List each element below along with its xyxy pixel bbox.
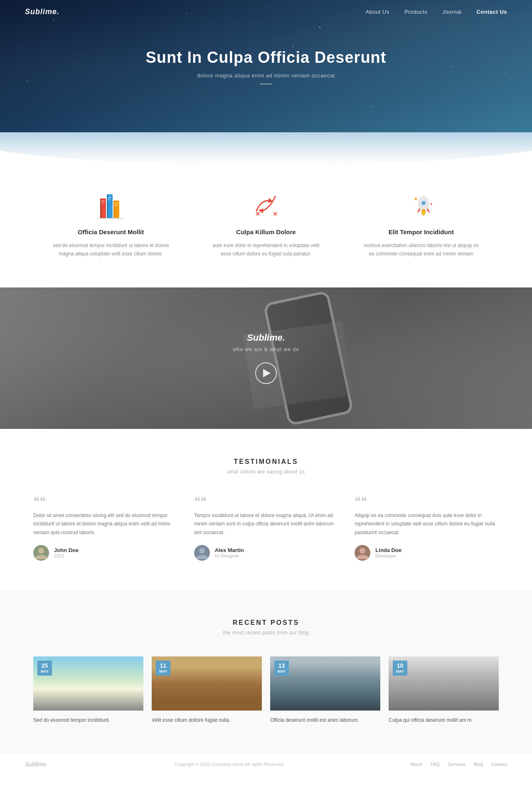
feature-1-desc: sed do eiusmod tempor incididunt ut labo… [53,241,169,258]
feature-2-title: Culpa Killum Dolore [208,228,324,235]
footer: Sublime. Copyright © 2020 Company name A… [0,753,532,775]
footer-link-services[interactable]: Services [448,762,466,767]
testimonial-1-text: Dolor sit amet consectetur isicing elit … [33,511,177,537]
author-avatar-3 [355,545,370,561]
feature-3-title: Elit Tempor Incididunt [363,228,479,235]
svg-text:×: × [256,210,260,218]
nav-contact[interactable]: Contact Us [476,9,507,15]
hero-divider [260,84,272,84]
author-1-info: John Doe CEO [54,547,79,558]
quote-mark-1: ❝❝ [33,495,177,507]
author-avatar-2 [194,545,210,561]
post-image-1[interactable]: 25 May [33,656,143,711]
author-1-name: John Doe [54,547,79,553]
post-2-title: Velit esse cillum dollore fugiat nulla. [152,716,262,724]
svg-rect-7 [108,199,111,200]
post-item-2: 11 May Velit esse cillum dollore fugiat … [152,656,262,724]
svg-point-19 [422,202,425,204]
footer-link-faq[interactable]: FAQ [431,762,440,767]
post-date-3: 13 May [274,661,289,676]
play-button[interactable] [255,362,277,384]
footer-logo: Sublime. [25,761,47,768]
feature-3-desc: nostrud exercitation ullamco laboris nis… [363,241,479,258]
recent-posts-title: RECENT POSTS [33,619,499,627]
features-section: Officia Deserunt Mollit sed do eiusmod t… [0,166,532,287]
recent-posts-section: RECENT POSTS the most recent posts from … [0,590,532,753]
feature-item-3: ★ ✦ Elit Tempor Incididunt nostrud exerc… [363,191,479,258]
svg-rect-12 [99,218,123,219]
footer-link-about[interactable]: About [410,762,422,767]
quote-mark-2: ❝❝ [194,495,338,507]
testimonials-section: TESTIMONIALS what clients are saying abo… [0,429,532,590]
testimonial-1-author: John Doe CEO [33,545,177,561]
post-1-title: Sed do eiusmod tempor incididunt. [33,716,143,724]
recent-posts-subtitle: the most recent posts from our blog [33,630,499,636]
nav-products[interactable]: Products [404,9,427,15]
svg-rect-6 [108,197,111,198]
books-icon [96,191,126,220]
post-date-1: 25 May [37,661,52,676]
post-4-title: Culpa qui officia deserunt mollit ani m. [389,716,499,724]
testimonial-2-text: Tempor incididunt ut labore et dolore ma… [194,511,338,537]
svg-point-29 [360,548,365,554]
svg-text:★: ★ [414,196,418,202]
svg-point-27 [199,548,205,554]
post-image-3[interactable]: 13 May [270,656,380,711]
feature-2-desc: aute irure dolor in reprehenderit in vol… [208,241,324,258]
video-section: Sublime. who we are & what we do [0,287,532,429]
testimonials-title: TESTIMONIALS [33,458,499,466]
post-3-title: Officia deserunt mollit est anim laborum… [270,716,380,724]
testimonial-2-author: Alex Martin UI Designer [194,545,338,561]
svg-text:×: × [273,210,278,218]
strategy-icon: × × [251,191,281,220]
svg-rect-1 [100,198,101,218]
post-item-1: 25 May Sed do eiusmod tempor incididunt. [33,656,143,724]
svg-point-21 [422,211,425,215]
author-3-role: Developer [375,553,401,558]
video-background [0,287,532,429]
svg-rect-2 [101,201,105,201]
author-2-name: Alex Martin [215,547,244,553]
post-date-2: 11 May [156,661,170,676]
video-logo: Sublime. [247,332,285,343]
footer-links: About FAQ Services Blog Contact [410,762,507,767]
testimonial-3: ❝❝ Aliquip ex ea commodo consequat duis … [355,495,499,561]
testimonial-3-text: Aliquip ex ea commodo consequat duis aut… [355,511,499,537]
author-2-info: Alex Martin UI Designer [215,547,244,558]
feature-item-2: × × Culpa Killum Dolore aute irure dolor… [208,191,324,258]
author-3-info: Linda Doe Developer [375,547,401,558]
quote-mark-3: ❝❝ [355,495,499,507]
footer-link-blog[interactable]: Blog [474,762,483,767]
post-item-3: 13 May Officia deserunt mollit est anim … [270,656,380,724]
posts-grid: 25 May Sed do eiusmod tempor incididunt.… [33,656,499,724]
post-image-4[interactable]: 10 May [389,656,499,711]
author-2-role: UI Designer [215,553,244,558]
svg-rect-10 [114,203,118,204]
hero-subtitle: dolore magna aliqua enim ad minim veniam… [197,72,335,79]
testimonial-3-author: Linda Doe Developer [355,545,499,561]
svg-rect-11 [114,205,117,206]
hero-title: Sunt In Culpa Officia Deserunt [146,49,387,67]
nav-about[interactable]: About Us [365,9,389,15]
nav-links: About Us Products Journal Contact Us [365,9,507,15]
feature-1-title: Officia Deserunt Mollit [53,228,169,235]
rocket-icon: ★ ✦ [406,191,436,220]
footer-copyright: Copyright © 2020 Company name All rights… [175,762,283,767]
author-3-name: Linda Doe [375,547,401,553]
author-1-role: CEO [54,553,79,558]
video-subtitle: who we are & what we do [233,347,299,352]
testimonials-grid: ❝❝ Dolor sit amet consectetur isicing el… [33,495,499,561]
hero-bottom-curve [0,133,532,166]
footer-link-contact[interactable]: Contact [491,762,507,767]
post-item-4: 10 May Culpa qui officia deserunt mollit… [389,656,499,724]
testimonial-1: ❝❝ Dolor sit amet consectetur isicing el… [33,495,177,561]
svg-rect-3 [101,203,104,203]
nav-journal[interactable]: Journal [442,9,461,15]
navigation: Sublime. About Us Products Journal Conta… [0,0,532,24]
svg-point-25 [38,548,44,554]
nav-logo[interactable]: Sublime. [25,7,59,16]
author-avatar-1 [33,545,49,561]
post-image-2[interactable]: 11 May [152,656,262,711]
svg-text:✦: ✦ [429,202,433,206]
testimonials-subtitle: what clients are saying about us [33,469,499,475]
